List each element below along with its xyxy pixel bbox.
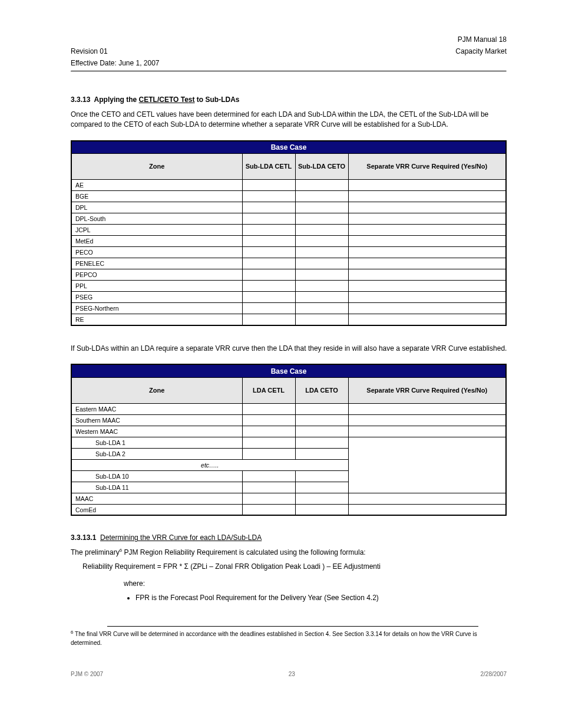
table-row: PECO <box>71 247 506 258</box>
t1-h-vrr: Separate VRR Curve Required (Yes/No) <box>348 154 506 180</box>
footer-center: 23 <box>289 671 295 677</box>
doc-date: Effective Date: June 1, 2007 <box>71 59 507 67</box>
header-rule <box>71 71 507 72</box>
t1-h-ceto: Sub-LDA CETO <box>295 154 348 180</box>
table-row: PPL <box>71 281 506 292</box>
subheader-right: Capacity Market <box>455 47 507 55</box>
table-2-wrap: Base Case Zone LDA CETL LDA CETO Separat… <box>71 364 515 516</box>
paragraph-1: Once the CETO and CETL values have been … <box>71 110 515 130</box>
footer-left: PJM © 2007 <box>71 671 103 677</box>
table-row: PSEG <box>71 292 506 303</box>
t1-h-cetl: Sub-LDA CETL <box>242 154 295 180</box>
t2-h-vrr: Separate VRR Curve Required (Yes/No) <box>348 377 506 403</box>
table-row: MAAC <box>71 493 506 504</box>
table-row: BGE <box>71 191 506 202</box>
t2-h-zone: Zone <box>71 377 242 403</box>
table-row: Western MAAC <box>71 426 506 437</box>
table-row: PEPCO <box>71 269 506 281</box>
doc-subheader: Revision 01 Capacity Market <box>71 47 507 55</box>
formula-where: where: FPR is the Forecast Pool Requirem… <box>124 577 515 605</box>
table-row: DPL-South <box>71 213 506 225</box>
formula: Reliability Requirement = FPR * Σ (ZPLi … <box>82 562 515 571</box>
t1-h-zone: Zone <box>71 154 242 180</box>
footnote: 6 The final VRR Curve will be determined… <box>71 629 507 647</box>
table-1-wrap: Base Case Zone Sub-LDA CETL Sub-LDA CETO… <box>71 140 515 326</box>
date-left: Effective Date: June 1, 2007 <box>71 59 160 67</box>
subheader-left: Revision 01 <box>71 47 108 55</box>
footer-right: 2/28/2007 <box>480 671 507 677</box>
table-row: Southern MAAC <box>71 414 506 426</box>
t2-h-cetl: LDA CETL <box>242 377 295 403</box>
table-row: ComEd <box>71 504 506 515</box>
t2-h-ceto: LDA CETO <box>295 377 348 403</box>
formula-intro: The preliminary6 PJM Region Reliability … <box>71 548 515 556</box>
table-row: Sub-LDA 1 <box>71 437 506 448</box>
table-row: JCPL <box>71 225 506 236</box>
table-1-title: Base Case <box>71 141 506 154</box>
section-heading: 3.3.13 Applying the CETL/CETO Test to Su… <box>71 95 515 104</box>
doc-header: PJM Manual 18 <box>71 35 507 44</box>
table-2-title: Base Case <box>71 364 506 377</box>
table-row: PSEG-Northern <box>71 303 506 314</box>
table-row: Eastern MAAC <box>71 403 506 414</box>
paragraph-2: If Sub-LDAs within an LDA require a sepa… <box>71 344 515 354</box>
table-row: DPL <box>71 202 506 213</box>
table-row: MetEd <box>71 236 506 247</box>
page-footer: PJM © 2007 23 2/28/2007 <box>71 671 507 677</box>
header-right: PJM Manual 18 <box>458 35 507 44</box>
table-1: Base Case Zone Sub-LDA CETL Sub-LDA CETO… <box>71 140 507 326</box>
table-2: Base Case Zone LDA CETL LDA CETO Separat… <box>71 364 507 516</box>
table-row: PENELEC <box>71 258 506 269</box>
table-row: AE <box>71 180 506 191</box>
table-row: RE <box>71 314 506 325</box>
footnote-rule <box>107 626 478 627</box>
subsection-heading: 3.3.13.1 Determining the VRR Curve for e… <box>71 533 515 542</box>
